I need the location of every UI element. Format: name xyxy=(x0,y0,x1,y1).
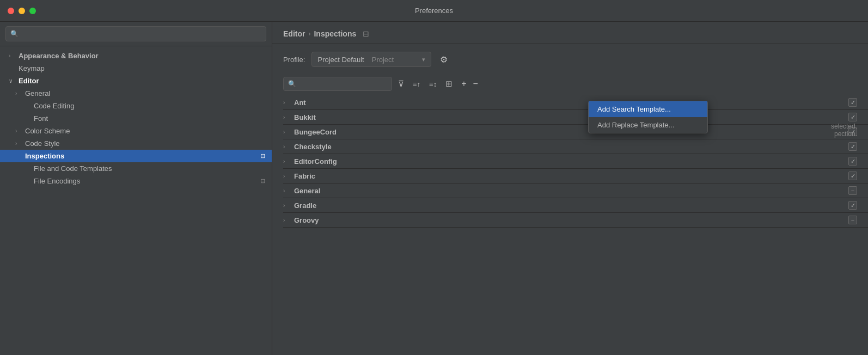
chevron-right-icon: › xyxy=(283,144,291,150)
sidebar-item-general[interactable]: › General xyxy=(0,87,272,100)
right-hint: selected. pection. xyxy=(831,123,857,138)
inspection-checkbox[interactable]: ✓ xyxy=(848,157,857,166)
inspection-label: Gradle xyxy=(294,201,845,210)
breadcrumb-arrow-icon: › xyxy=(308,30,310,38)
sidebar-item-label: Code Editing xyxy=(34,102,74,110)
inspection-search-input[interactable]: 🔍 xyxy=(283,77,392,91)
inspection-item-groovy[interactable]: › Groovy − xyxy=(283,213,868,228)
search-icon: 🔍 xyxy=(10,30,19,38)
inspections-list: › Ant ✓ › Bukkit ✓ › BungeeCord ✓ xyxy=(272,95,868,355)
chevron-right-icon: › xyxy=(9,53,15,59)
breadcrumb-editor: Editor xyxy=(283,29,305,38)
minimize-button[interactable] xyxy=(19,8,25,14)
add-template-dropdown: Add Search Template... Add Replace Templ… xyxy=(588,101,708,133)
inspection-checkbox[interactable]: ✓ xyxy=(848,142,857,151)
inspection-item-bukkit[interactable]: › Bukkit ✓ xyxy=(283,110,868,125)
sidebar-item-label: File Encodings xyxy=(34,177,80,185)
sidebar-tree: › Appearance & Behavior Keymap ∨ Editor … xyxy=(0,46,272,355)
sidebar-item-file-encodings[interactable]: File Encodings ⊟ xyxy=(0,175,272,187)
chevron-right-icon: › xyxy=(283,114,291,120)
inspection-label: EditorConfig xyxy=(294,157,845,166)
inspection-item-ant[interactable]: › Ant ✓ xyxy=(283,95,868,110)
breadcrumb-box-icon: ⊟ xyxy=(363,29,369,38)
add-button[interactable]: + xyxy=(459,77,469,91)
chevron-right-icon: › xyxy=(15,90,22,96)
maximize-button[interactable] xyxy=(29,8,36,14)
sort-desc-button[interactable]: ≡↕ xyxy=(426,77,439,91)
chevron-right-icon: › xyxy=(283,173,291,179)
chevron-right-icon: › xyxy=(283,100,291,106)
sidebar-item-code-editing[interactable]: Code Editing xyxy=(0,100,272,112)
inspection-item-checkstyle[interactable]: › Checkstyle ✓ xyxy=(283,139,868,154)
profile-dropdown[interactable]: Project Default Project ▾ xyxy=(311,52,431,67)
inspection-label: Checkstyle xyxy=(294,143,845,151)
inspection-body: › Ant ✓ › Bukkit ✓ › BungeeCord ✓ xyxy=(272,95,868,355)
sidebar-item-file-code-templates[interactable]: File and Code Templates xyxy=(0,162,272,175)
profile-label: Profile: xyxy=(283,56,305,64)
inspection-label: Groovy xyxy=(294,216,845,224)
inspection-checkbox[interactable]: ✓ xyxy=(848,201,857,210)
sidebar-item-label: Editor xyxy=(19,77,39,85)
add-replace-template-item[interactable]: Add Replace Template... xyxy=(589,117,707,133)
chevron-right-icon: › xyxy=(283,203,291,209)
inspections-page-icon: ⊟ xyxy=(260,152,265,160)
title-bar: Preferences xyxy=(0,0,868,22)
preferences-window: Preferences 🔍 › Appearance & Behavior Ke… xyxy=(0,0,868,355)
gear-button[interactable]: ⚙ xyxy=(438,52,450,67)
inspection-label: BungeeCord xyxy=(294,128,845,136)
sidebar-item-editor[interactable]: ∨ Editor xyxy=(0,75,272,87)
filter-button[interactable]: ⊽ xyxy=(395,77,407,91)
search-icon: 🔍 xyxy=(288,80,296,88)
chevron-right-icon: › xyxy=(283,217,291,223)
sidebar-item-label: Appearance & Behavior xyxy=(19,52,99,60)
dropdown-arrow-icon: ▾ xyxy=(422,56,425,63)
inspection-item-fabric[interactable]: › Fabric ✓ xyxy=(283,169,868,183)
inspection-checkbox[interactable]: − xyxy=(848,186,857,195)
inspection-label: General xyxy=(294,187,845,195)
chevron-right-icon: › xyxy=(283,188,291,194)
inspection-item-gradle[interactable]: › Gradle ✓ xyxy=(283,198,868,213)
sort-asc-button[interactable]: ≡↑ xyxy=(410,77,423,91)
chevron-right-icon: › xyxy=(283,158,291,164)
inspection-checkbox[interactable]: ✓ xyxy=(848,113,857,121)
main-panel: Editor › Inspections ⊟ Profile: Project … xyxy=(272,22,868,355)
sidebar-item-font[interactable]: Font xyxy=(0,112,272,125)
chevron-right-icon: › xyxy=(15,128,22,134)
sidebar-item-keymap[interactable]: Keymap xyxy=(0,62,272,75)
right-hint-line2: pection. xyxy=(831,130,857,138)
toolbar-row: 🔍 ⊽ ≡↑ ≡↕ ⊞ + − xyxy=(272,75,868,95)
sidebar-item-label: Inspections xyxy=(25,152,64,160)
inspection-item-general[interactable]: › General − xyxy=(283,183,868,198)
chevron-down-icon: ∨ xyxy=(9,78,15,84)
close-button[interactable] xyxy=(8,8,14,14)
content-area: 🔍 › Appearance & Behavior Keymap ∨ Edit xyxy=(0,22,868,355)
expand-all-button[interactable]: ⊞ xyxy=(443,77,455,91)
sidebar-item-label: Font xyxy=(34,114,48,123)
inspection-label: Fabric xyxy=(294,172,845,180)
add-remove-group: + − xyxy=(459,77,481,91)
inspection-label: Ant xyxy=(294,99,845,107)
right-hint-line1: selected. xyxy=(831,123,857,130)
sidebar-item-appearance[interactable]: › Appearance & Behavior xyxy=(0,50,272,62)
sidebar-item-label: General xyxy=(25,89,50,97)
sidebar-search-bar: 🔍 xyxy=(0,22,272,46)
sidebar-item-code-style[interactable]: › Code Style xyxy=(0,137,272,150)
inspection-checkbox[interactable]: ✓ xyxy=(848,98,857,107)
inspection-checkbox[interactable]: − xyxy=(848,216,857,224)
chevron-right-icon: › xyxy=(15,140,22,146)
inspection-checkbox[interactable]: ✓ xyxy=(848,172,857,180)
inspection-item-editorconfig[interactable]: › EditorConfig ✓ xyxy=(283,154,868,169)
profile-value: Project Default xyxy=(317,56,364,64)
profile-row: Profile: Project Default Project ▾ ⚙ xyxy=(272,44,868,75)
sidebar-search-input[interactable]: 🔍 xyxy=(5,26,266,41)
window-title: Preferences xyxy=(415,7,453,15)
inspection-item-bungeecord[interactable]: › BungeeCord ✓ xyxy=(283,125,868,139)
profile-tag: Project xyxy=(372,56,394,64)
sidebar-item-inspections[interactable]: Inspections ⊟ xyxy=(0,150,272,162)
file-encodings-page-icon: ⊟ xyxy=(260,178,265,185)
remove-button[interactable]: − xyxy=(470,77,481,91)
sidebar-item-color-scheme[interactable]: › Color Scheme xyxy=(0,125,272,137)
add-search-template-item[interactable]: Add Search Template... xyxy=(589,101,707,117)
breadcrumb-inspections: Inspections xyxy=(314,29,356,38)
sidebar-item-label: Keymap xyxy=(19,64,45,72)
